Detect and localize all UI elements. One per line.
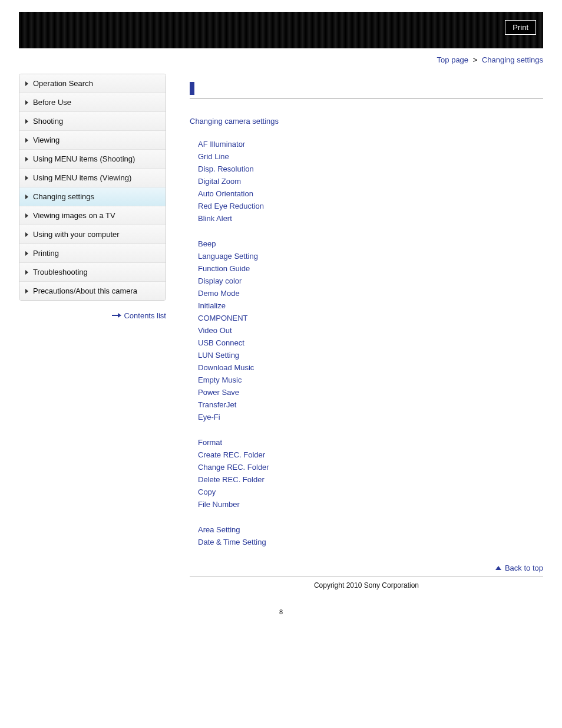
link-item[interactable]: Red Eye Reduction — [198, 202, 264, 210]
sidebar-item-10[interactable]: Troubleshooting — [19, 263, 166, 282]
link-item[interactable]: Grid Line — [198, 152, 229, 161]
caret-right-icon — [25, 232, 28, 237]
breadcrumb: Top page > Changing settings — [19, 55, 543, 64]
link-list: AF IlluminatorGrid LineDisp. ResolutionD… — [198, 140, 543, 223]
link-group-main-settings: BeepLanguage SettingFunction GuideDispla… — [198, 239, 543, 421]
sidebar-item-label: Using with your computer — [33, 230, 120, 239]
sidebar-item-label: Printing — [33, 249, 59, 258]
link-item[interactable]: COMPONENT — [198, 314, 248, 322]
caret-right-icon — [25, 270, 28, 275]
link-item[interactable]: Language Setting — [198, 252, 258, 261]
sidebar-item-5[interactable]: Using MENU items (Viewing) — [19, 169, 166, 187]
link-item[interactable]: Create REC. Folder — [198, 450, 265, 459]
sidebar-item-6[interactable]: Changing settings — [19, 187, 166, 206]
link-item[interactable]: Blink Alert — [198, 214, 232, 223]
sidebar-item-label: Shooting — [33, 117, 63, 126]
sidebar-item-label: Viewing — [33, 136, 59, 144]
sidebar-item-9[interactable]: Printing — [19, 244, 166, 263]
sidebar-item-8[interactable]: Using with your computer — [19, 225, 166, 244]
link-item[interactable]: Display color — [198, 276, 242, 285]
link-item[interactable]: Auto Orientation — [198, 189, 253, 198]
link-item[interactable]: Eye-Fi — [198, 413, 220, 421]
link-item[interactable]: Change REC. Folder — [198, 463, 269, 472]
link-item[interactable]: Function Guide — [198, 264, 250, 273]
bottom-divider — [190, 576, 543, 577]
sidebar-item-0[interactable]: Operation Search — [19, 74, 166, 93]
page-heading — [190, 82, 543, 99]
caret-right-icon — [25, 213, 28, 218]
back-to-top-link[interactable]: Back to top — [495, 564, 543, 572]
link-item[interactable]: Disp. Resolution — [198, 164, 254, 173]
top-banner: Print — [19, 12, 543, 48]
link-list: Area SettingDate & Time Setting — [198, 525, 543, 546]
link-item[interactable]: AF Illuminator — [198, 140, 245, 149]
link-item[interactable]: Download Music — [198, 363, 254, 372]
link-item[interactable]: Area Setting — [198, 525, 240, 534]
link-item[interactable]: TransferJet — [198, 400, 236, 409]
caret-right-icon — [25, 81, 28, 86]
triangle-up-icon — [495, 566, 501, 570]
link-item[interactable]: Video Out — [198, 326, 232, 335]
link-item[interactable]: Digital Zoom — [198, 177, 241, 186]
link-item[interactable]: Date & Time Setting — [198, 538, 266, 546]
link-item[interactable]: Empty Music — [198, 375, 242, 384]
contents-list-label: Contents list — [124, 311, 166, 320]
sidebar-item-label: Precautions/About this camera — [33, 286, 137, 295]
link-group-shooting-settings: AF IlluminatorGrid LineDisp. ResolutionD… — [198, 140, 543, 223]
side-nav: Operation SearchBefore UseShootingViewin… — [19, 74, 166, 301]
sidebar-item-label: Using MENU items (Viewing) — [33, 173, 131, 182]
sidebar-item-4[interactable]: Using MENU items (Shooting) — [19, 150, 166, 169]
link-item[interactable]: Delete REC. Folder — [198, 475, 265, 484]
link-list: BeepLanguage SettingFunction GuideDispla… — [198, 239, 543, 421]
link-item[interactable]: Format — [198, 438, 222, 447]
section-title-link[interactable]: Changing camera settings — [190, 117, 543, 126]
caret-right-icon — [25, 157, 28, 162]
link-item[interactable]: Demo Mode — [198, 289, 240, 298]
caret-right-icon — [25, 119, 28, 124]
caret-right-icon — [25, 195, 28, 199]
breadcrumb-top[interactable]: Top page — [437, 55, 469, 64]
sidebar-item-2[interactable]: Shooting — [19, 112, 166, 131]
link-item[interactable]: USB Connect — [198, 338, 244, 347]
sidebar-item-1[interactable]: Before Use — [19, 93, 166, 112]
breadcrumb-current[interactable]: Changing settings — [482, 55, 543, 64]
contents-list-link[interactable]: Contents list — [112, 311, 166, 320]
caret-right-icon — [25, 251, 28, 256]
sidebar-item-label: Operation Search — [33, 79, 93, 88]
sidebar-item-label: Changing settings — [33, 192, 94, 201]
page-number: 8 — [19, 608, 543, 615]
sidebar-item-11[interactable]: Precautions/About this camera — [19, 282, 166, 300]
arrow-right-icon — [112, 315, 120, 316]
link-item[interactable]: LUN Setting — [198, 351, 239, 360]
sidebar-item-label: Troubleshooting — [33, 268, 88, 276]
link-item[interactable]: Copy — [198, 487, 216, 496]
sidebar-item-7[interactable]: Viewing images on a TV — [19, 206, 166, 225]
link-item[interactable]: Beep — [198, 239, 216, 248]
caret-right-icon — [25, 100, 28, 105]
caret-right-icon — [25, 289, 28, 294]
sidebar-item-label: Before Use — [33, 98, 71, 107]
link-item[interactable]: Initialize — [198, 301, 226, 310]
sidebar-item-label: Using MENU items (Shooting) — [33, 154, 135, 163]
sidebar-item-label: Viewing images on a TV — [33, 211, 115, 220]
caret-right-icon — [25, 176, 28, 180]
caret-right-icon — [25, 138, 28, 143]
link-item[interactable]: File Number — [198, 500, 240, 509]
back-to-top-label: Back to top — [505, 564, 543, 572]
link-list: FormatCreate REC. FolderChange REC. Fold… — [198, 438, 543, 509]
link-group-memory-card-tool: FormatCreate REC. FolderChange REC. Fold… — [198, 438, 543, 509]
copyright-text: Copyright 2010 Sony Corporation — [190, 581, 543, 589]
print-button[interactable]: Print — [505, 20, 536, 35]
heading-accent-bar — [190, 82, 194, 95]
link-item[interactable]: Power Save — [198, 388, 239, 397]
sidebar-item-3[interactable]: Viewing — [19, 131, 166, 150]
link-group-clock-settings: Area SettingDate & Time Setting — [198, 525, 543, 546]
breadcrumb-sep: > — [473, 55, 478, 64]
